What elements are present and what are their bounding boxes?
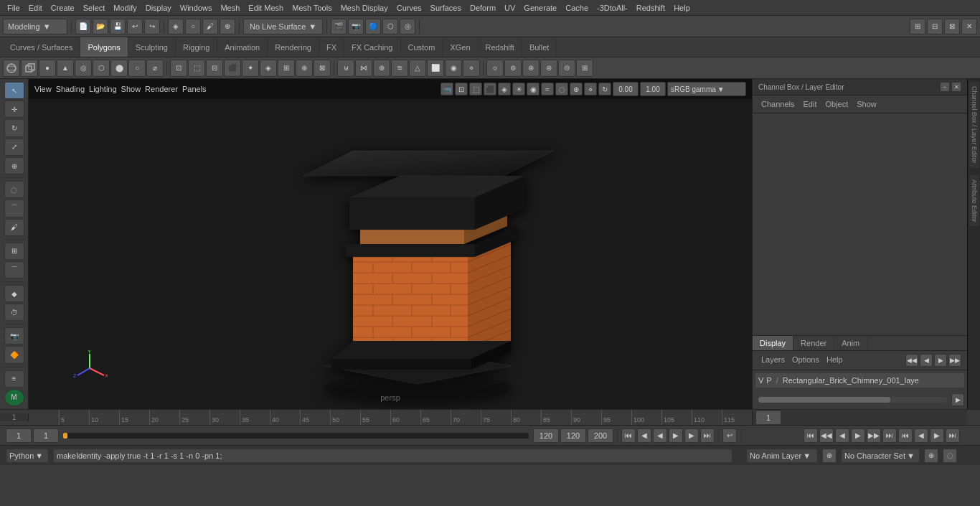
char-set-btn1[interactable]: ⊕ [924,449,938,463]
hypershade-btn[interactable]: 🔶 [4,346,24,363]
retopo4-btn[interactable]: ⊜ [540,60,557,77]
vp-menu-show[interactable]: Show [121,85,141,93]
python-dropdown[interactable]: Python ▼ [6,449,49,463]
pb-step-back-btn[interactable]: ◀ [835,428,849,443]
menu-uv[interactable]: UV [500,2,519,14]
layer-tab-anim[interactable]: Anim [834,336,867,350]
menu-redshift[interactable]: Redshift [632,2,669,14]
playback-range-input[interactable]: 200 [588,428,613,443]
menu-mesh[interactable]: Mesh [216,2,244,14]
play-back-btn[interactable]: ◀ [653,428,667,443]
pb-back-btn[interactable]: ◀◀ [819,428,834,443]
layout3-btn[interactable]: ⊠ [944,19,960,34]
menu-edit-mesh[interactable]: Edit Mesh [244,2,288,14]
vp-menu-view[interactable]: View [34,85,52,93]
go-start-btn[interactable]: ⏮ [621,428,636,443]
move-tool-btn[interactable]: ✛ [4,100,24,118]
fill-btn[interactable]: ⬛ [224,60,241,77]
tab-bullet[interactable]: Bullet [522,37,557,57]
gamma-dropdown[interactable]: sRGB gamma ▼ [667,82,746,96]
snap-btn[interactable]: ⊕ [220,19,235,34]
scale-tool-btn[interactable]: ⤢ [4,139,24,156]
pb-end-btn[interactable]: ⏭ [882,428,897,443]
render5-btn[interactable]: ◎ [400,19,415,34]
pb-step-fwd-btn[interactable]: ▶ [851,428,865,443]
vp-motion-blur-btn[interactable]: ◌ [555,83,568,95]
close-panel-btn[interactable]: ✕ [961,19,977,34]
paint-sel-btn[interactable]: 🖌 [202,19,218,34]
auto-key-btn[interactable]: ⏱ [4,304,24,321]
lasso-btn[interactable]: ○ [185,19,201,34]
retopo2-btn[interactable]: ⊚ [504,60,522,77]
menu-mesh-display[interactable]: Mesh Display [336,2,392,14]
vp-value2-input[interactable]: 1.00 [640,82,666,96]
pb-extra2-btn[interactable]: ◀ [914,428,928,443]
step-back-btn[interactable]: ◀ [637,428,651,443]
layer-nav-next-btn[interactable]: ▶ [934,354,947,367]
bevel-btn[interactable]: ⬚ [188,60,205,77]
vp-fog-btn[interactable]: ≈ [541,83,554,95]
redo-btn[interactable]: ↪ [144,19,160,34]
layer-scroll-right-btn[interactable]: ▶ [951,393,964,406]
menu-select[interactable]: Select [79,2,110,14]
menu-cache[interactable]: Cache [561,2,593,14]
extract-btn[interactable]: ⊕ [296,60,313,77]
live-surface-dropdown[interactable]: No Live Surface ▼ [243,19,323,34]
menu-windows[interactable]: Windows [176,2,217,14]
smooth-btn[interactable]: ≋ [391,60,408,77]
cb-close-btn[interactable]: ✕ [951,82,961,92]
vp-menu-renderer[interactable]: Renderer [145,85,178,93]
tab-animation[interactable]: Animation [217,37,268,57]
layer-nav-prev-btn[interactable]: ◀◀ [905,354,918,367]
vp-shadow-btn[interactable]: ◉ [527,83,540,95]
set-key-btn[interactable]: ◆ [4,285,24,302]
sphere-icon-btn[interactable] [3,60,20,77]
retopo5-btn[interactable]: ⊝ [558,60,575,77]
save-btn[interactable]: 💾 [110,19,126,34]
render3-btn[interactable]: 🔵 [365,19,381,34]
retopo3-btn[interactable]: ⊛ [522,60,540,77]
cube-icon-btn[interactable] [21,60,38,77]
viewport[interactable]: View Shading Lighting Show Renderer Pane… [29,79,752,409]
select-btn[interactable]: ◈ [168,19,184,34]
layer-opt-layers[interactable]: Layers [758,354,788,367]
combine-btn[interactable]: ⊎ [337,60,354,77]
menu-file[interactable]: File [3,2,24,14]
tab-xgen[interactable]: XGen [443,37,478,57]
menu-3dtoall[interactable]: -3DtoAll- [593,2,632,14]
vp-wireframe-btn[interactable]: ⬚ [469,83,482,95]
timeline-ruler[interactable]: 5101520253035404550556065707580859095100… [29,410,752,425]
lasso-tool-btn[interactable]: ⌒ [4,200,24,217]
fill-hole-btn[interactable]: ◉ [445,60,462,77]
pb-prev-btn[interactable]: ⏮ [804,428,818,443]
soft-sel-btn[interactable]: ◌ [4,181,24,198]
select-tool-btn[interactable]: ↖ [4,82,24,99]
tab-fx-caching[interactable]: FX Caching [344,37,400,57]
rotate-tool-btn[interactable]: ↻ [4,119,24,136]
separate-btn[interactable]: ⋈ [355,60,372,77]
layer-nav-next2-btn[interactable]: ▶▶ [948,354,961,367]
anim-layer-btn1[interactable]: ⊕ [822,449,837,463]
menu-mesh-tools[interactable]: Mesh Tools [288,2,336,14]
menu-create[interactable]: Create [47,2,79,14]
outliner-btn[interactable]: ≡ [4,370,24,388]
vp-menu-panels[interactable]: Panels [182,85,207,93]
tab-redshift[interactable]: Redshift [479,37,522,57]
tab-fx[interactable]: FX [319,37,344,57]
bridge-btn[interactable]: ⊟ [206,60,223,77]
vp-rotate-btn[interactable]: ↻ [598,83,611,95]
menu-edit[interactable]: Edit [24,2,47,14]
layer-opt-help[interactable]: Help [824,354,846,367]
quad-btn[interactable]: ⬜ [427,60,444,77]
pb-next-btn[interactable]: ▶▶ [867,428,881,443]
extrude-btn[interactable]: ⊡ [170,60,187,77]
cb-minus-btn[interactable]: − [940,82,950,92]
pb-extra3-btn[interactable]: ▶ [930,428,944,443]
play-fwd-btn[interactable]: ▶ [669,428,683,443]
timeline-frame-input[interactable]: 1 [755,411,781,425]
tab-polygons[interactable]: Polygons [80,37,128,57]
cb-tab-channels[interactable]: Channels [758,98,797,110]
vp-menu-shading[interactable]: Shading [56,85,85,93]
vp-dof-btn[interactable]: ⊕ [570,83,583,95]
layer-tab-display[interactable]: Display [753,336,793,350]
